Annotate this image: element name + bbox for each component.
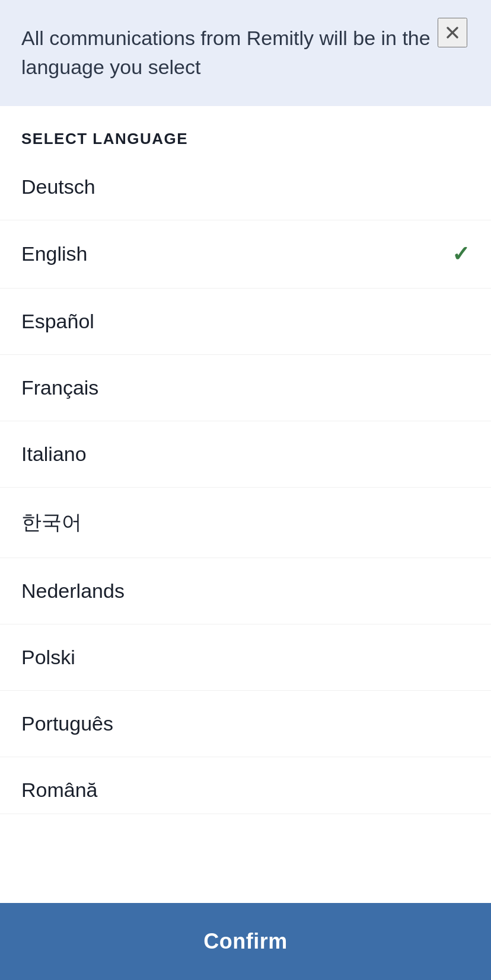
- language-name-romana: Română: [21, 779, 98, 801]
- language-name-espanol: Español: [21, 310, 94, 333]
- language-name-francais: Français: [21, 376, 98, 399]
- selected-checkmark-icon: ✓: [452, 242, 470, 267]
- close-button[interactable]: [438, 18, 467, 47]
- language-name-portugues: Português: [21, 712, 113, 735]
- language-item-italiano[interactable]: Italiano: [0, 421, 491, 488]
- language-name-deutsch: Deutsch: [21, 175, 95, 198]
- language-item-portugues[interactable]: Português: [0, 691, 491, 757]
- language-item-romana[interactable]: Română: [0, 757, 491, 814]
- language-item-nederlands[interactable]: Nederlands: [0, 558, 491, 624]
- language-item-espanol[interactable]: Español: [0, 289, 491, 355]
- language-list: Deutsch English ✓ Español Français Itali…: [0, 154, 491, 903]
- section-label: SELECT LANGUAGE: [0, 106, 491, 154]
- language-name-polski: Polski: [21, 646, 75, 669]
- language-item-korean[interactable]: 한국어: [0, 488, 491, 558]
- language-name-english: English: [21, 242, 88, 265]
- language-item-deutsch[interactable]: Deutsch: [0, 154, 491, 220]
- confirm-button[interactable]: Confirm: [0, 903, 491, 980]
- language-name-korean: 한국어: [21, 509, 82, 536]
- language-item-francais[interactable]: Français: [0, 355, 491, 421]
- language-item-polski[interactable]: Polski: [0, 624, 491, 691]
- modal-container: All communications from Remitly will be …: [0, 0, 491, 980]
- language-name-italiano: Italiano: [21, 443, 87, 466]
- language-name-nederlands: Nederlands: [21, 579, 125, 603]
- language-item-english[interactable]: English ✓: [0, 220, 491, 289]
- info-banner: All communications from Remitly will be …: [0, 0, 491, 106]
- info-banner-text: All communications from Remitly will be …: [21, 24, 470, 82]
